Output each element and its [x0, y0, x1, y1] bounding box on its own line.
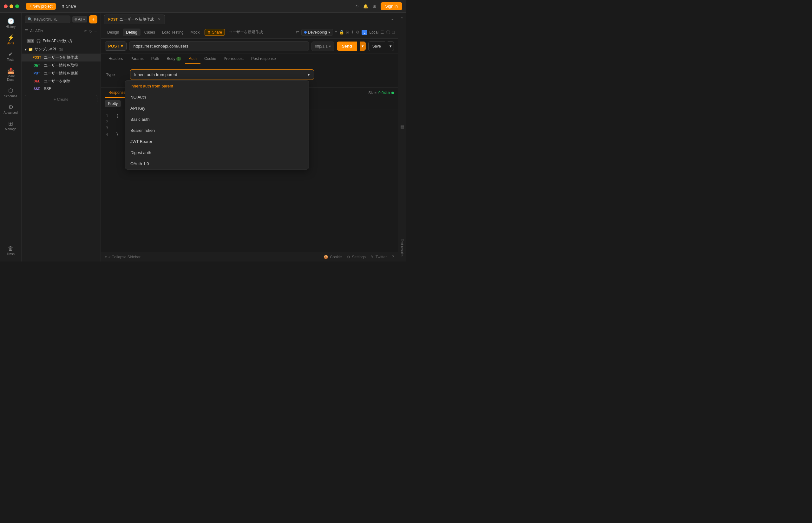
more-env-icon[interactable]: ☰	[380, 30, 384, 35]
twitter-button[interactable]: 𝕏 Twitter	[371, 255, 387, 259]
help-button[interactable]: ?	[392, 255, 394, 259]
settings-button[interactable]: ⚙ Settings	[347, 255, 366, 259]
url-input[interactable]	[129, 41, 308, 51]
tab-design[interactable]: Design	[104, 29, 122, 36]
switch-icon[interactable]: ⇄	[296, 30, 299, 35]
req-tab-body[interactable]: Body1	[163, 54, 185, 64]
save-button[interactable]: Save	[368, 41, 385, 51]
download-icon[interactable]: ⬇	[351, 30, 354, 35]
req-tab-post-response[interactable]: Post-response	[247, 54, 279, 64]
collapse-sidebar-button[interactable]: « « Collapse Sidebar	[105, 255, 141, 259]
auth-option-basic[interactable]: Basic auth	[125, 114, 308, 125]
auth-chevron-down-icon: ▾	[308, 72, 310, 77]
sign-in-button[interactable]: Sign in	[381, 2, 402, 10]
req-tab-path[interactable]: Path	[147, 54, 163, 64]
sidebar-item-history[interactable]: 🕐 History	[2, 15, 20, 32]
auth-selected-value: Inherit auth from parent	[134, 72, 177, 77]
method-badge-del-3: DEL	[32, 79, 42, 83]
share-title-button[interactable]: ⬆ Share	[58, 3, 79, 10]
size-value: 0.04kb	[378, 91, 390, 95]
lock-icon[interactable]: 🔒	[339, 30, 344, 35]
sample-api-folder[interactable]: ▾ 📁 サンプルAPI (5)	[21, 45, 101, 54]
auth-option-inherit[interactable]: Inherit auth from parent	[125, 80, 308, 92]
copy-icon[interactable]: ⎘	[346, 30, 349, 35]
tab-debug[interactable]: Debug	[123, 29, 140, 36]
share-tab-label: Share	[212, 30, 222, 35]
cookie-label: Cookie	[330, 255, 341, 259]
api-item-3[interactable]: DEL ユーザーを削除	[21, 77, 101, 85]
share-title-label: Share	[66, 4, 76, 8]
auth-option-bearer[interactable]: Bearer Token	[125, 125, 308, 136]
send-dropdown-button[interactable]: ▾	[360, 41, 366, 51]
req-tab-params[interactable]: Params	[127, 54, 147, 64]
maximize-button[interactable]	[15, 4, 19, 8]
minimize-icon[interactable]: □	[392, 30, 394, 35]
grid-right-icon[interactable]: ▦	[400, 124, 404, 129]
tab-cases[interactable]: Cases	[141, 29, 158, 36]
add-tab-icon[interactable]: +	[166, 17, 174, 21]
auth-option-api-key[interactable]: API Key	[125, 103, 308, 114]
add-button[interactable]: +	[89, 15, 98, 23]
code-content-1: {	[116, 113, 118, 119]
collapse-right-icon[interactable]: «	[401, 15, 403, 20]
sidebar-item-apis[interactable]: ⚡ APIs	[2, 32, 20, 48]
sidebar-item-manage[interactable]: ⊞ Manage	[2, 118, 20, 134]
sidebar-item-schemas[interactable]: ⬡ Schemas	[2, 85, 20, 101]
more-icon[interactable]: ⋯	[93, 29, 98, 33]
size-indicator: Size: 0.04kb	[368, 91, 394, 95]
collapse-label: « Collapse Sidebar	[108, 255, 141, 259]
sync-icon[interactable]: ⟳	[84, 29, 87, 33]
minimize-button[interactable]	[10, 4, 13, 8]
req-tab-cookie[interactable]: Cookie	[200, 54, 220, 64]
req-tab-auth[interactable]: Auth	[185, 54, 200, 64]
echo-api-label: EchoAPIの使い方	[43, 38, 73, 44]
cookie-button[interactable]: 🍪 Cookie	[323, 255, 341, 259]
bell-icon[interactable]: 🔔	[363, 4, 368, 8]
create-button[interactable]: + Create	[25, 95, 98, 104]
tab-load-testing[interactable]: Load Testing	[159, 29, 187, 36]
req-tab-headers[interactable]: Headers	[105, 54, 127, 64]
pretty-tab-pretty[interactable]: Pretty	[105, 100, 121, 107]
sidebar-item-advanced[interactable]: ⚙ Advanced	[2, 101, 20, 118]
method-badge-put-2: PUT	[32, 72, 42, 75]
test-results-label[interactable]: Test results	[399, 236, 405, 259]
star-icon[interactable]: ◇	[89, 29, 92, 33]
req-options-tabs: Headers Params Path Body1 Auth Cookie Pr…	[101, 54, 398, 64]
close-tab-icon[interactable]: ✕	[158, 17, 161, 21]
auth-type-dropdown[interactable]: Inherit auth from parent ▾	[130, 69, 314, 80]
echo-api-item[interactable]: MD 🎧 EchoAPIの使い方	[21, 37, 101, 45]
more-tab-icon[interactable]: ⋯	[390, 17, 394, 21]
api-item-0[interactable]: POST ユーザーを新規作成	[21, 54, 101, 61]
align-icon[interactable]: ≡	[335, 30, 337, 35]
grid-icon[interactable]: ⊞	[373, 4, 376, 8]
request-tab-active[interactable]: POST ユーザーを新規作成 ✕	[104, 15, 165, 24]
auth-dropdown-menu: Inherit auth from parent NO Auth API Key…	[125, 80, 309, 169]
send-button[interactable]: Send	[337, 41, 357, 51]
settings-icon[interactable]: ⚙	[356, 30, 360, 35]
method-select[interactable]: POST ▾	[105, 41, 127, 51]
sidebar-advanced-label: Advanced	[3, 111, 17, 114]
save-dropdown-button[interactable]: ▾	[388, 41, 394, 51]
sidebar-item-trash[interactable]: 🗑 Trash	[2, 242, 20, 259]
api-item-2[interactable]: PUT ユーザー情報を更新	[21, 69, 101, 77]
refresh-icon[interactable]: ↻	[355, 4, 359, 8]
req-tab-pre-request[interactable]: Pre-request	[220, 54, 247, 64]
sidebar-item-tests[interactable]: ✔ Tests	[2, 48, 20, 65]
close-button[interactable]	[4, 4, 7, 8]
auth-option-no-auth[interactable]: NO Auth	[125, 92, 308, 103]
search-input-wrapper[interactable]: 🔍 Keyword/URL	[25, 16, 70, 23]
line-num-4: 4	[106, 131, 111, 138]
new-project-button[interactable]: + New project	[26, 3, 56, 10]
tab-mock[interactable]: Mock	[188, 29, 203, 36]
sidebar-item-share-docs[interactable]: 📤 Share Docs	[2, 65, 20, 85]
api-item-1[interactable]: GET ユーザー情報を取得	[21, 61, 101, 69]
auth-option-digest[interactable]: Digest auth	[125, 147, 308, 158]
all-filter[interactable]: All ▾	[72, 16, 87, 22]
protocol-select[interactable]: http/1.1 ▾	[312, 41, 334, 51]
env-badge[interactable]: Developing ▾	[301, 29, 333, 36]
info-icon[interactable]: ⓘ	[386, 30, 390, 35]
share-tab[interactable]: ⬆ Share	[205, 29, 225, 36]
api-item-4[interactable]: SSE SSE	[21, 85, 101, 92]
auth-option-jwt[interactable]: JWT Bearer	[125, 136, 308, 147]
auth-option-oauth[interactable]: OAuth 1.0	[125, 158, 308, 169]
